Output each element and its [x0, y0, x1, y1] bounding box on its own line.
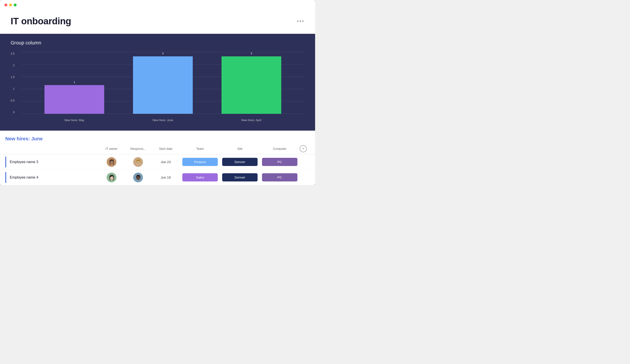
row-name-cell-2: Employee name 4	[5, 172, 98, 183]
y-label-1: 1	[13, 87, 14, 90]
y-label-0: 0	[13, 111, 14, 114]
bar-may-rect	[44, 85, 104, 114]
x-labels: New hires: May New hires: June New hires…	[21, 114, 304, 123]
plus-icon: +	[302, 147, 304, 151]
computer-badge-1: PC	[262, 158, 298, 166]
col-header-owner: IT owner	[98, 147, 125, 151]
chart-section: Group column 2.5 2 1.5 1 0.5 0	[0, 34, 315, 131]
employee-name-3: Employee name 3	[10, 160, 38, 164]
bars-container: 1 2 2	[21, 52, 304, 114]
y-label-1-5: 1.5	[10, 75, 14, 79]
x-label-june: New hires: June	[133, 118, 193, 122]
row-startdate-1: Jun 23	[151, 160, 180, 164]
bar-april[interactable]: 2	[222, 52, 281, 114]
avatar-owner-1: 👩🏽	[107, 157, 116, 167]
bar-may[interactable]: 1	[44, 80, 104, 114]
app-window: IT onboarding ••• Group column 2.5 2 1.5…	[0, 0, 315, 185]
row-computer-2: PC	[260, 173, 300, 182]
row-team-1: Finance	[180, 158, 220, 166]
more-options-button[interactable]: •••	[297, 18, 304, 24]
row-computer-1: PC	[260, 158, 300, 166]
y-label-0-5: 0.5	[10, 99, 14, 102]
startdate-text-2: Jun 19	[161, 176, 170, 179]
maximize-button[interactable]	[14, 3, 16, 6]
y-label-2: 2	[13, 64, 14, 67]
close-button[interactable]	[4, 3, 7, 6]
col-header-responsible: Responsi...	[125, 147, 151, 151]
computer-badge-2: PC	[262, 173, 298, 182]
bar-june[interactable]: 2	[133, 52, 193, 114]
row-startdate-2: Jun 19	[151, 176, 180, 179]
x-label-may: New hires: May	[44, 118, 104, 122]
chart-title: Group column	[10, 40, 304, 46]
employee-name-4: Employee name 4	[10, 176, 38, 180]
row-site-2: Denver	[220, 173, 260, 182]
row-site-1: Denver	[220, 158, 260, 166]
row-indicator-2	[5, 172, 6, 183]
minimize-button[interactable]	[9, 3, 12, 6]
page-header: IT onboarding •••	[0, 10, 315, 34]
x-label-april: New hires: April	[222, 118, 281, 122]
add-column-button[interactable]: +	[300, 145, 307, 152]
group-header: New hires: June	[0, 136, 315, 145]
y-label-2-5: 2.5	[10, 52, 14, 55]
window-controls	[4, 3, 16, 6]
bar-april-value: 2	[250, 52, 252, 55]
col-header-site: Site	[220, 147, 260, 151]
page-title: IT onboarding	[10, 16, 71, 26]
team-badge-2: Sales	[182, 173, 218, 182]
row-owner-1: 👩🏽	[98, 157, 125, 167]
row-responsible-2: 👨🏿	[125, 173, 151, 182]
row-owner-2: 👩🏻	[98, 173, 125, 182]
bar-june-rect	[133, 56, 193, 114]
avatar-owner-2: 👩🏻	[107, 173, 116, 182]
table-section: New hires: June IT owner Responsi... Sta…	[0, 131, 315, 185]
row-indicator-1	[5, 157, 6, 168]
table-row[interactable]: Employee name 3 👩🏽 👨🏼 Jun 23 Finance Den…	[0, 154, 315, 170]
y-axis: 2.5 2 1.5 1 0.5 0	[10, 52, 17, 114]
site-badge-2: Denver	[222, 173, 258, 182]
row-name-cell-1: Employee name 3	[5, 157, 98, 168]
bar-april-rect	[222, 56, 281, 114]
col-header-add: +	[300, 145, 308, 152]
avatar-responsible-1: 👨🏼	[133, 157, 143, 167]
chart-area: 2.5 2 1.5 1 0.5 0	[10, 52, 304, 123]
col-header-team: Team	[180, 147, 220, 151]
chart-inner: 1 2 2 New hires: May	[21, 52, 304, 123]
startdate-text-1: Jun 23	[161, 160, 170, 164]
team-badge-1: Finance	[182, 158, 218, 166]
col-header-computer: Computer	[260, 147, 300, 151]
col-header-startdate: Start date	[151, 147, 180, 151]
table-header-row: IT owner Responsi... Start date Team Sit…	[0, 145, 315, 154]
site-badge-1: Denver	[222, 158, 258, 166]
titlebar	[0, 0, 315, 10]
avatar-responsible-2: 👨🏿	[133, 173, 143, 182]
table-row[interactable]: Employee name 4 👩🏻 👨🏿 Jun 19 Sales Denve…	[0, 170, 315, 185]
bar-june-value: 2	[162, 52, 164, 55]
bar-may-value: 1	[74, 80, 75, 84]
row-team-2: Sales	[180, 173, 220, 182]
row-responsible-1: 👨🏼	[125, 157, 151, 167]
